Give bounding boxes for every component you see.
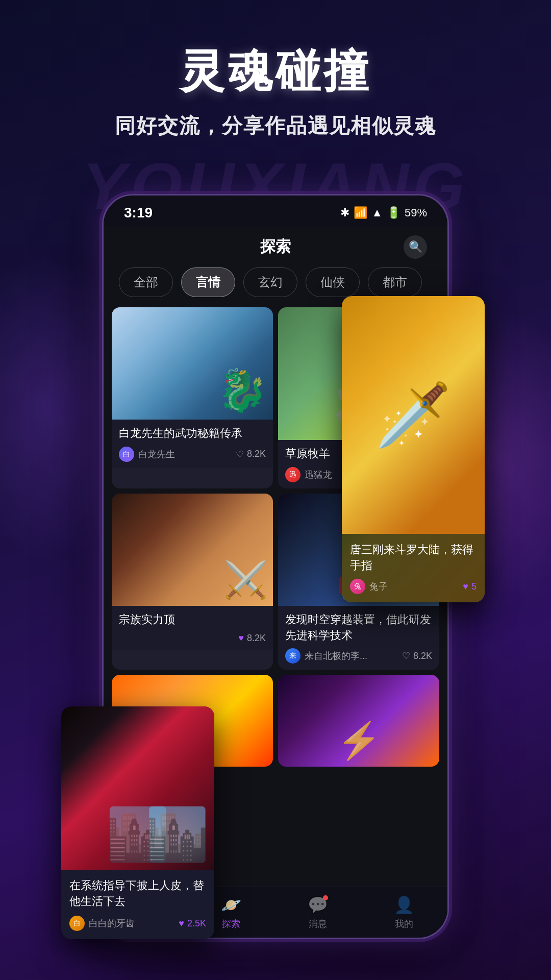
card-dragon-title: 白龙先生的武功秘籍传承 <box>119 426 266 442</box>
heart-icon-floating: ♥ <box>179 918 184 929</box>
nav-explore-icon: 🪐 <box>221 895 241 915</box>
nav-item-profile[interactable]: 👤 我的 <box>394 895 414 930</box>
nav-item-explore[interactable]: 🪐 探索 <box>221 895 241 930</box>
search-button[interactable]: 🔍 <box>404 235 427 259</box>
right-partial-title: 唐三刚来斗罗大陆，获得手指 <box>350 542 477 574</box>
status-icons: ✱ 📶 ▲ 🔋 59% <box>340 206 427 219</box>
status-bar: 3:19 ✱ 📶 ▲ 🔋 59% <box>104 195 447 226</box>
phone-container: 3:19 ✱ 📶 ▲ 🔋 59% 探索 🔍 全部 言情 玄幻 <box>77 194 474 980</box>
author-name-right-partial: 兔子 <box>369 580 388 593</box>
card-scifi-author: 来 来自北极的李... <box>285 648 367 664</box>
card-warrior-info: 宗族实力顶 ♥ 8.2K <box>112 606 273 650</box>
action2-emoji: ⚡ <box>337 720 381 762</box>
tab-romance[interactable]: 言情 <box>181 267 235 297</box>
card-warrior-likes: ♥ 8.2K <box>238 633 266 644</box>
tab-xianxia[interactable]: 仙侠 <box>306 267 360 297</box>
card-action-right[interactable]: 原创 ⚡ <box>278 675 439 767</box>
card-action2-image: ⚡ <box>278 675 439 767</box>
floating-card-likes: ♥ 2.5K <box>179 918 206 929</box>
hero-title: 灵魂碰撞 <box>0 41 551 102</box>
tab-all[interactable]: 全部 <box>119 267 173 297</box>
floating-card-image: 🏙️ <box>61 706 214 870</box>
right-partial-author: 兔 兔子 <box>350 579 388 594</box>
card-dragon-likes: ♡ 8.2K <box>236 449 266 460</box>
nav-profile-icon: 👤 <box>394 895 414 915</box>
card-dragon-meta: 白 白龙先生 ♡ 8.2K <box>119 447 266 462</box>
card-scifi-meta: 来 来自北极的李... ♡ 8.2K <box>285 648 432 664</box>
floating-card-author: 白 白白的牙齿 <box>69 916 135 931</box>
floating-card-title: 在系统指导下披上人皮，替他生活下去 <box>69 878 206 910</box>
card-dragon-author: 白 白龙先生 <box>119 447 175 462</box>
heart-icon-scifi: ♡ <box>402 650 410 662</box>
heart-icon-dragon: ♡ <box>236 449 244 460</box>
avatar-scifi: 来 <box>285 648 300 664</box>
signal-icon: 📶 <box>354 206 367 219</box>
card-warrior[interactable]: 原创 宗族实力顶 ♥ 8.2K <box>112 494 273 670</box>
anime-emoji: 🏙️ <box>106 804 170 865</box>
nav-explore-label: 探索 <box>222 918 240 930</box>
author-name-dragon: 白龙先生 <box>138 448 175 460</box>
author-name-scifi: 来自北极的李... <box>305 650 367 662</box>
warrior-emoji: 🗡️ <box>375 379 452 451</box>
heart-icon-warrior: ♥ <box>238 633 244 644</box>
nav-item-messages[interactable]: 💬 消息 <box>308 895 328 930</box>
likes-count-warrior: 8.2K <box>247 633 266 644</box>
card-scifi-info: 发现时空穿越装置，借此研发先进科学技术 来 来自北极的李... ♡ 8.2K <box>278 606 439 670</box>
likes-count-floating: 2.5K <box>187 918 206 929</box>
tab-urban[interactable]: 都市 <box>368 267 422 297</box>
likes-count-right-partial: 5 <box>471 581 477 592</box>
author-name-floating: 白白的牙齿 <box>89 917 135 929</box>
right-partial-image: 🗡️ <box>342 296 485 534</box>
floating-card-anime[interactable]: 原创 🏙️ 在系统指导下披上人皮，替他生活下去 白 白白的牙齿 ♥ 2.5K <box>61 706 214 939</box>
top-bar: 探索 🔍 <box>104 226 447 267</box>
card-warrior-meta: ♥ 8.2K <box>119 633 266 644</box>
nav-messages-icon: 💬 <box>308 895 328 915</box>
card-warrior-title: 宗族实力顶 <box>119 612 266 628</box>
card-warrior-image <box>112 494 273 606</box>
nav-messages-label: 消息 <box>309 918 327 930</box>
wifi-icon: ▲ <box>371 206 383 219</box>
nav-profile-label: 我的 <box>395 918 413 930</box>
card-scifi-title: 发现时空穿越装置，借此研发先进科学技术 <box>285 612 432 644</box>
heart-icon-right-partial: ♥ <box>463 581 468 592</box>
battery-icon: 🔋 <box>387 206 400 219</box>
avatar-right-partial: 兔 <box>350 579 365 594</box>
likes-count-scifi: 8.2K <box>413 651 432 662</box>
right-partial-meta: 兔 兔子 ♥ 5 <box>350 579 477 594</box>
likes-count-dragon: 8.2K <box>247 449 266 459</box>
card-dragon-info: 白龙先生的武功秘籍传承 白 白龙先生 ♡ 8.2K <box>112 420 273 468</box>
battery-percent: 59% <box>405 206 427 219</box>
hero-subtitle: 同好交流，分享作品遇见相似灵魂 <box>0 112 551 140</box>
card-dragon-image <box>112 307 273 420</box>
status-time: 3:19 <box>124 205 153 221</box>
avatar-dragon: 白 <box>119 447 134 462</box>
right-partial-card[interactable]: 🗡️ 唐三刚来斗罗大陆，获得手指 兔 兔子 ♥ 5 <box>342 296 485 602</box>
right-partial-info: 唐三刚来斗罗大陆，获得手指 兔 兔子 ♥ 5 <box>342 534 485 602</box>
app-title: 探索 <box>260 236 291 257</box>
floating-card-meta: 白 白白的牙齿 ♥ 2.5K <box>69 916 206 931</box>
bluetooth-icon: ✱ <box>340 206 349 219</box>
card-wolf-author: 迅 迅猛龙 <box>285 467 332 482</box>
tab-fantasy[interactable]: 玄幻 <box>243 267 297 297</box>
search-icon: 🔍 <box>409 240 422 254</box>
card-scifi-likes: ♡ 8.2K <box>402 650 432 662</box>
card-dragon[interactable]: 白龙先生的武功秘籍传承 白 白龙先生 ♡ 8.2K <box>112 307 273 488</box>
author-name-wolf: 迅猛龙 <box>305 469 332 481</box>
avatar-floating: 白 <box>69 916 85 931</box>
right-partial-likes: ♥ 5 <box>463 579 477 594</box>
avatar-wolf: 迅 <box>285 467 300 482</box>
hero-section: 灵魂碰撞 同好交流，分享作品遇见相似灵魂 <box>0 0 551 140</box>
floating-card-info: 在系统指导下披上人皮，替他生活下去 白 白白的牙齿 ♥ 2.5K <box>61 870 214 939</box>
